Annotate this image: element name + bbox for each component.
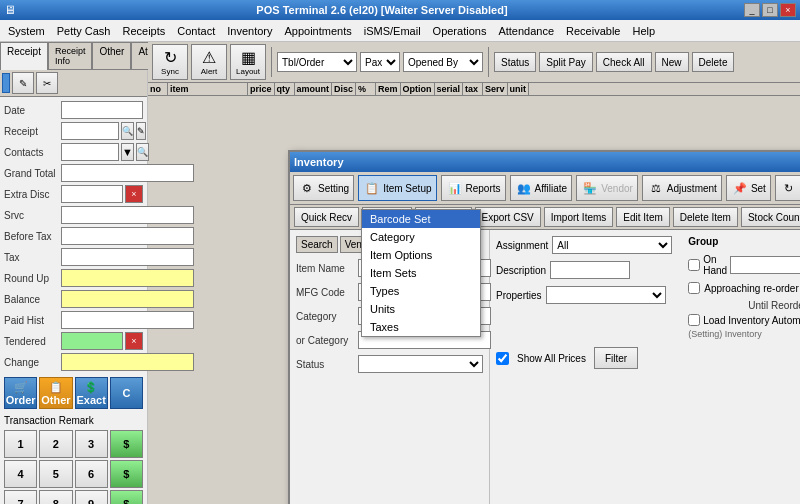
numpad-9[interactable]: 9 [75, 490, 108, 504]
menu-appointments[interactable]: Appointments [278, 23, 357, 39]
toolbar-btn2[interactable]: ✂ [36, 72, 58, 94]
tendered-clear[interactable]: × [125, 332, 143, 350]
close-button[interactable]: × [780, 3, 796, 17]
numpad-5[interactable]: 5 [39, 460, 72, 488]
quick-recv-button[interactable]: Quick Recv [294, 207, 359, 227]
paid-hist-row: Paid Hist [4, 311, 143, 329]
exact-button[interactable]: 💲 Exact [75, 377, 108, 409]
filter-button[interactable]: Filter [594, 347, 638, 369]
load-auto-checkbox[interactable] [688, 314, 700, 326]
assignment-select[interactable]: All [552, 236, 672, 254]
properties-select[interactable] [546, 286, 666, 304]
tab-other[interactable]: Other [92, 42, 131, 70]
numpad-3[interactable]: 3 [75, 430, 108, 458]
menu-receivable[interactable]: Receivable [560, 23, 626, 39]
tbl-order-select[interactable]: Tbl/Order [277, 52, 357, 72]
pax-select[interactable]: Pax [360, 52, 400, 72]
other-button[interactable]: 📋 Other [39, 377, 72, 409]
numpad-dollar-2[interactable]: $ [110, 460, 143, 488]
menu-system[interactable]: System [2, 23, 51, 39]
item-setup-button[interactable]: 📋 Item Setup [358, 175, 436, 201]
toolbar-btn1[interactable]: ✎ [12, 72, 34, 94]
show-all-checkbox[interactable] [496, 352, 509, 365]
adjustment-button[interactable]: ⚖ Adjustment [642, 175, 722, 201]
change-row: Change [4, 353, 143, 371]
layout-button[interactable]: ▦ Layout [230, 44, 266, 80]
item-options-item[interactable]: Item Options [362, 246, 480, 264]
menu-contact[interactable]: Contact [171, 23, 221, 39]
maximize-button[interactable]: □ [762, 3, 778, 17]
item-setup-wrapper: 📋 Item Setup [358, 175, 436, 201]
numpad-dollar-1[interactable]: $ [110, 430, 143, 458]
col-unit: unit [508, 83, 530, 95]
taxes-item[interactable]: Taxes [362, 318, 480, 336]
menu-isms-email[interactable]: iSMS/Email [358, 23, 427, 39]
reorder-checkbox[interactable] [688, 282, 700, 294]
minimize-button[interactable]: _ [744, 3, 760, 17]
units-item[interactable]: Units [362, 300, 480, 318]
other-icon: 📋 [49, 381, 63, 394]
split-pay-button[interactable]: Split Pay [539, 52, 592, 72]
category-item[interactable]: Category [362, 228, 480, 246]
affiliate-button[interactable]: 👥 Affiliate [510, 175, 573, 201]
on-hand-checkbox[interactable] [688, 259, 700, 271]
extra-disc-clear[interactable]: × [125, 185, 143, 203]
extra-disc-input[interactable] [61, 185, 123, 203]
vendor-button[interactable]: 🏪 Vendor [576, 175, 638, 201]
menu-inventory[interactable]: Inventory [221, 23, 278, 39]
numpad-6[interactable]: 6 [75, 460, 108, 488]
barcode-set-item[interactable]: Barcode Set [362, 210, 480, 228]
setting-button[interactable]: ⚙ Setting [293, 175, 354, 201]
types-item[interactable]: Types [362, 282, 480, 300]
window-controls[interactable]: _ □ × [744, 3, 796, 17]
receipt-search-btn[interactable]: 🔍 [121, 122, 134, 140]
numpad-1[interactable]: 1 [4, 430, 37, 458]
transaction-remark-label: Transaction Remark [0, 415, 147, 428]
import-items-button[interactable]: Import Items [544, 207, 614, 227]
stock-count-button[interactable]: Stock Count [741, 207, 800, 227]
numpad-4[interactable]: 4 [4, 460, 37, 488]
contacts-label: Contacts [4, 147, 59, 158]
contacts-input[interactable] [61, 143, 119, 161]
new-button[interactable]: New [655, 52, 689, 72]
status-select[interactable] [358, 355, 483, 373]
description-input[interactable] [550, 261, 630, 279]
menu-help[interactable]: Help [626, 23, 661, 39]
on-hand-label: On Hand [703, 254, 727, 276]
receipt-edit-btn[interactable]: ✎ [136, 122, 146, 140]
alert-button[interactable]: ⚠ Alert [191, 44, 227, 80]
menu-operations[interactable]: Operations [427, 23, 493, 39]
contacts-search-btn[interactable]: 🔍 [136, 143, 149, 161]
delete-item-button[interactable]: Delete Item [673, 207, 738, 227]
item-sets-item[interactable]: Item Sets [362, 264, 480, 282]
numpad-8[interactable]: 8 [39, 490, 72, 504]
tab-receipt[interactable]: Receipt [0, 42, 48, 70]
c-button[interactable]: C [110, 377, 143, 409]
tab-receipt-info[interactable]: Receipt Info [48, 42, 93, 70]
date-input[interactable] [61, 101, 143, 119]
reports-button[interactable]: 📊 Reports [441, 175, 506, 201]
opened-by-select[interactable]: Opened By [403, 52, 483, 72]
status-button[interactable]: Status [494, 52, 536, 72]
inv-sync-button[interactable]: ↻ Sync [775, 175, 800, 201]
contacts-dropdown[interactable]: ▼ [121, 143, 134, 161]
order-button[interactable]: 🛒 Order [4, 377, 37, 409]
sync-button[interactable]: ↻ Sync [152, 44, 188, 80]
numpad-7[interactable]: 7 [4, 490, 37, 504]
edit-item-button[interactable]: Edit Item [616, 207, 669, 227]
menu-attendance[interactable]: Attendance [492, 23, 560, 39]
numpad-2[interactable]: 2 [39, 430, 72, 458]
check-all-button[interactable]: Check All [596, 52, 652, 72]
delete-button[interactable]: Delete [692, 52, 735, 72]
menu-petty-cash[interactable]: Petty Cash [51, 23, 117, 39]
pos-toolbar: ↻ Sync ⚠ Alert ▦ Layout Tbl/Order Pax Op… [148, 42, 800, 83]
search-tab[interactable]: Search [296, 236, 338, 253]
receipt-input[interactable] [61, 122, 119, 140]
set-button[interactable]: 📌 Set [726, 175, 771, 201]
menu-receipts[interactable]: Receipts [117, 23, 172, 39]
receipt-label: Receipt [4, 126, 59, 137]
tendered-input[interactable] [61, 332, 123, 350]
numpad-dollar-3[interactable]: $ [110, 490, 143, 504]
on-hand-select[interactable] [730, 256, 800, 274]
export-csv-button[interactable]: Export CSV [475, 207, 541, 227]
